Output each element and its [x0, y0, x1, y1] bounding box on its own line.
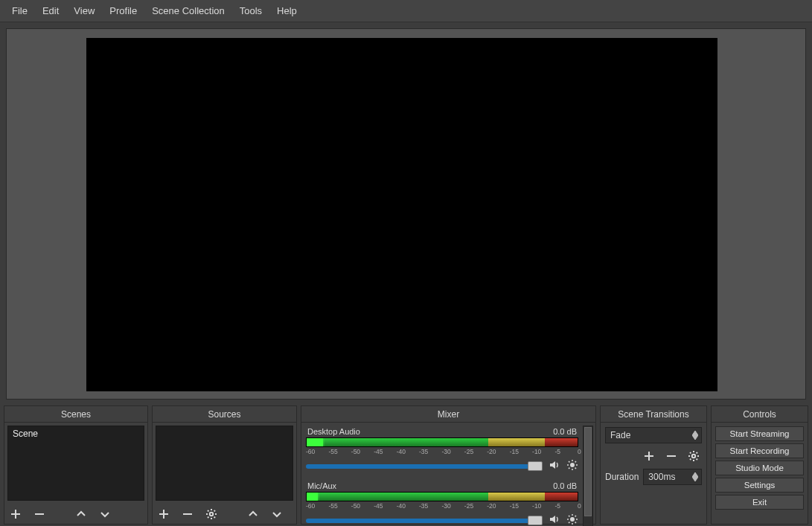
plus-icon[interactable]	[157, 507, 170, 521]
preview-area[interactable]	[6, 28, 806, 400]
audio-meter	[306, 492, 578, 501]
transition-selected: Fade	[610, 430, 630, 440]
chevron-up-icon[interactable]	[74, 507, 88, 521]
meter-ticks: -60-55-50-45-40-35-30-25-20-15-10-50	[306, 501, 578, 510]
duration-label: Duration	[605, 472, 639, 482]
duration-value: 300ms	[648, 472, 675, 482]
svg-point-2	[571, 518, 574, 521]
svg-point-3	[692, 455, 695, 458]
channel-name: Mic/Aux	[307, 481, 336, 490]
mixer-list: Desktop Audio 0.0 dB -60-55-50-45-40-35-…	[301, 423, 583, 526]
scenes-panel: Scenes Scene	[4, 405, 148, 525]
slider-knob[interactable]	[528, 516, 543, 525]
channel-name: Desktop Audio	[307, 427, 360, 436]
channel-db: 0.0 dB	[553, 427, 577, 436]
scenes-list[interactable]: Scene	[7, 426, 144, 501]
speaker-icon[interactable]	[549, 513, 560, 526]
transitions-panel: Scene Transitions Fade Duration 300ms	[600, 405, 707, 525]
controls-panel: Controls Start Streaming Start Recording…	[711, 405, 808, 525]
svg-point-1	[571, 464, 574, 466]
audio-meter	[306, 437, 578, 447]
menu-view[interactable]: View	[66, 2, 102, 19]
chevron-down-icon[interactable]	[98, 507, 112, 521]
gear-icon[interactable]	[687, 449, 700, 463]
gear-icon[interactable]	[566, 513, 578, 526]
volume-slider[interactable]	[306, 519, 543, 523]
mixer-scrollbar[interactable]	[583, 426, 593, 526]
menu-tools[interactable]: Tools	[232, 2, 269, 19]
menu-help[interactable]: Help	[269, 2, 304, 19]
minus-icon[interactable]	[33, 507, 46, 521]
transition-select[interactable]: Fade	[605, 427, 702, 443]
duration-input[interactable]: 300ms	[643, 469, 702, 485]
preview-canvas	[86, 38, 717, 391]
minus-icon[interactable]	[181, 507, 194, 521]
sources-toolbar	[153, 504, 296, 524]
mixer-channel: Desktop Audio 0.0 dB -60-55-50-45-40-35-…	[306, 427, 578, 474]
sources-list[interactable]	[156, 426, 293, 501]
volume-slider[interactable]	[306, 464, 543, 469]
chevron-down-icon[interactable]	[270, 507, 284, 521]
menu-scene-collection[interactable]: Scene Collection	[144, 2, 232, 19]
start-recording-button[interactable]: Start Recording	[715, 443, 804, 458]
slider-knob[interactable]	[528, 461, 543, 471]
menu-edit[interactable]: Edit	[35, 2, 66, 19]
scenes-title: Scenes	[4, 406, 147, 423]
studio-mode-button[interactable]: Studio Mode	[715, 461, 804, 475]
channel-db: 0.0 dB	[553, 481, 577, 490]
menu-bar: File Edit View Profile Scene Collection …	[0, 0, 812, 22]
sources-panel: Sources	[152, 405, 297, 525]
scenes-toolbar	[4, 504, 147, 524]
spinner-icon	[692, 472, 698, 481]
meter-ticks: -60-55-50-45-40-35-30-25-20-15-10-50	[306, 447, 578, 456]
mixer-title: Mixer	[301, 406, 595, 423]
minus-icon[interactable]	[665, 449, 678, 463]
menu-profile[interactable]: Profile	[102, 2, 144, 19]
mixer-channel: Mic/Aux 0.0 dB -60-55-50-45-40-35-30-25-…	[306, 481, 578, 526]
list-item[interactable]: Scene	[8, 426, 144, 441]
exit-button[interactable]: Exit	[715, 495, 804, 510]
plus-icon[interactable]	[642, 449, 656, 463]
sources-title: Sources	[153, 406, 296, 423]
settings-button[interactable]: Settings	[715, 478, 804, 493]
spinner-icon	[692, 431, 698, 440]
mixer-panel: Mixer Desktop Audio 0.0 dB -60-55-5	[301, 405, 596, 525]
gear-icon[interactable]	[205, 507, 218, 521]
transitions-title: Scene Transitions	[601, 406, 706, 423]
panels-row: Scenes Scene Sources Mixer	[0, 405, 812, 525]
controls-title: Controls	[712, 406, 808, 423]
speaker-icon[interactable]	[549, 459, 560, 474]
svg-point-0	[210, 512, 213, 515]
gear-icon[interactable]	[566, 459, 578, 474]
menu-file[interactable]: File	[4, 2, 35, 19]
chevron-up-icon[interactable]	[246, 507, 260, 521]
scrollbar-thumb[interactable]	[584, 427, 592, 516]
start-streaming-button[interactable]: Start Streaming	[715, 426, 804, 441]
plus-icon[interactable]	[9, 507, 22, 521]
